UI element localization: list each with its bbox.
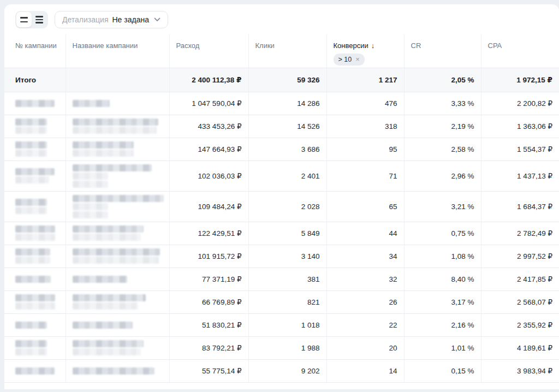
redacted-text xyxy=(73,127,157,134)
spend-cell: 77 371,19 ₽ xyxy=(169,268,248,290)
campaign-id-cell xyxy=(4,313,66,336)
detalization-dropdown[interactable]: Детализация Не задана xyxy=(55,11,168,28)
redacted-text xyxy=(73,100,110,107)
campaign-name-cell xyxy=(66,336,169,359)
campaign-id-cell xyxy=(4,191,66,222)
redacted-text xyxy=(15,100,55,107)
conversions-cell: 95 xyxy=(326,138,404,161)
cpa-cell: 2 997,52 ₽ xyxy=(481,245,559,268)
redacted-text xyxy=(15,234,55,241)
table-row[interactable]: 147 664,93 ₽3 686952,58 %1 554,37 ₽ xyxy=(4,138,559,161)
column-label: CR xyxy=(411,41,421,50)
redacted-text xyxy=(73,150,134,157)
spend-cell: 433 453,26 ₽ xyxy=(169,115,248,138)
redacted-text xyxy=(73,164,152,171)
clicks-cell: 381 xyxy=(248,268,326,290)
redacted-text xyxy=(15,248,50,256)
table-row[interactable]: 55 775,14 ₽9 202140,15 %3 983,94 ₽ xyxy=(4,359,559,382)
cpa-cell: 2 355,92 ₽ xyxy=(481,313,559,336)
density-expanded-button[interactable] xyxy=(32,12,47,27)
cpa-cell: 2 782,49 ₽ xyxy=(481,222,559,245)
redacted-text xyxy=(73,248,160,256)
campaign-id-cell xyxy=(4,245,66,268)
campaign-id-cell xyxy=(4,359,66,382)
table-row[interactable]: 77 371,19 ₽381328,40 %2 417,85 ₽ xyxy=(4,268,559,290)
campaign-name-cell xyxy=(66,313,169,336)
toolbar: Детализация Не задана xyxy=(4,4,559,34)
column-header-campaign-id[interactable]: № кампании xyxy=(4,34,66,68)
conversions-cell: 34 xyxy=(326,245,404,268)
filter-remove-icon[interactable]: × xyxy=(355,55,360,63)
redacted-text xyxy=(15,348,47,355)
conversions-cell: 44 xyxy=(326,222,404,245)
report-panel: Детализация Не задана № кампании Названи… xyxy=(4,4,559,389)
table-row[interactable]: 122 429,51 ₽5 849440,75 %2 782,49 ₽ xyxy=(4,222,559,245)
redacted-text xyxy=(73,294,146,301)
totals-cpa: 1 972,15 ₽ xyxy=(481,68,559,92)
redacted-text xyxy=(15,176,49,183)
redacted-text xyxy=(73,141,134,149)
cr-cell: 2,16 % xyxy=(404,313,481,336)
chevron-down-icon xyxy=(154,17,160,22)
redacted-text xyxy=(73,173,108,180)
header-row: № кампании Название кампании Расход Клик… xyxy=(4,34,559,68)
redacted-text xyxy=(15,276,51,283)
cr-cell: 0,15 % xyxy=(404,359,481,382)
filter-chip-label: > 10 xyxy=(338,56,352,63)
redacted-text xyxy=(73,257,159,264)
cpa-cell: 2 200,82 ₽ xyxy=(481,92,559,115)
column-header-spend[interactable]: Расход xyxy=(169,34,248,68)
redacted-text xyxy=(73,234,141,241)
column-header-cr[interactable]: CR xyxy=(404,34,481,68)
cr-cell: 1,08 % xyxy=(404,245,481,268)
clicks-cell: 1 018 xyxy=(248,313,326,336)
cpa-cell: 1 363,06 ₽ xyxy=(481,115,559,138)
spend-cell: 147 664,93 ₽ xyxy=(169,138,248,161)
redacted-text xyxy=(73,276,127,283)
spend-cell: 83 792,21 ₽ xyxy=(169,336,248,359)
redacted-text xyxy=(73,203,108,210)
column-header-cpa[interactable]: CPA xyxy=(481,34,559,68)
totals-label: Итого xyxy=(4,68,66,92)
redacted-text xyxy=(15,207,47,214)
redacted-text xyxy=(15,294,55,301)
redacted-text xyxy=(73,367,154,375)
spend-cell: 1 047 590,04 ₽ xyxy=(169,92,248,115)
table-row[interactable]: 51 830,21 ₽1 018222,16 %2 355,92 ₽ xyxy=(4,313,559,336)
column-header-campaign-name[interactable]: Название кампании xyxy=(66,34,169,68)
cr-cell: 3,17 % xyxy=(404,290,481,313)
two-rows-icon xyxy=(20,17,28,22)
table-row[interactable]: 1 047 590,04 ₽14 2864763,33 %2 200,82 ₽ xyxy=(4,92,559,115)
redacted-text xyxy=(15,257,50,264)
column-header-clicks[interactable]: Клики xyxy=(248,34,326,68)
column-header-conversions[interactable]: Конверсии ↓ > 10 × xyxy=(326,34,404,68)
table-row[interactable]: 83 792,21 ₽1 988201,01 %4 189,61 ₽ xyxy=(4,336,559,359)
conversions-cell: 65 xyxy=(326,191,404,222)
table-row[interactable]: 66 769,89 ₽821263,17 %2 568,07 ₽ xyxy=(4,290,559,313)
row-density-switcher xyxy=(15,11,48,28)
table-row[interactable]: 433 453,26 ₽14 5263182,19 %1 363,06 ₽ xyxy=(4,115,559,138)
cpa-cell: 1 684,37 ₽ xyxy=(481,191,559,222)
redacted-text xyxy=(15,168,55,175)
redacted-text xyxy=(15,118,47,126)
density-compact-button[interactable] xyxy=(16,12,32,27)
cpa-cell: 3 983,94 ₽ xyxy=(481,359,559,382)
cr-cell: 1,01 % xyxy=(404,336,481,359)
totals-conversions: 1 217 xyxy=(326,68,404,92)
campaign-id-cell xyxy=(4,115,66,138)
cr-cell: 8,40 % xyxy=(404,268,481,290)
table-row[interactable]: 102 036,03 ₽2 401712,96 %1 437,13 ₽ xyxy=(4,161,559,191)
conversions-cell: 14 xyxy=(326,359,404,382)
redacted-text xyxy=(73,118,158,126)
table-row[interactable]: 101 915,72 ₽3 140341,08 %2 997,52 ₽ xyxy=(4,245,559,268)
redacted-text xyxy=(15,141,47,149)
totals-name-cell xyxy=(66,68,169,92)
spend-cell: 55 775,14 ₽ xyxy=(169,359,248,382)
redacted-text xyxy=(15,199,47,206)
conversions-filter-chip[interactable]: > 10 × xyxy=(334,54,365,66)
conversions-cell: 32 xyxy=(326,268,404,290)
cpa-cell: 2 568,07 ₽ xyxy=(481,290,559,313)
redacted-text xyxy=(15,150,47,157)
table-row[interactable]: 109 484,24 ₽2 028653,21 %1 684,37 ₽ xyxy=(4,191,559,222)
spend-cell: 109 484,24 ₽ xyxy=(169,191,248,222)
